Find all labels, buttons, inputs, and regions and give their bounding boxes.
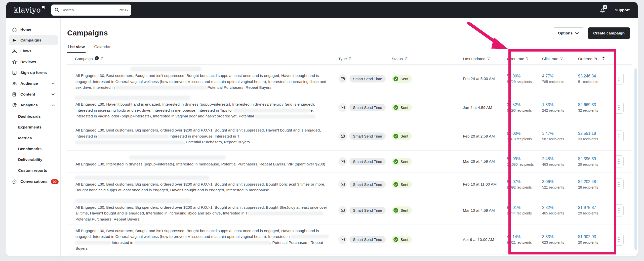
tab-calendar[interactable]: Calendar xyxy=(94,45,111,53)
row-checkbox[interactable] xyxy=(67,76,67,81)
open-rate-value[interactable]: 53.00% xyxy=(507,74,542,78)
sidebar-item-benchmarks[interactable]: Benchmarks xyxy=(15,143,58,154)
sort-icon[interactable] xyxy=(487,56,490,61)
row-actions-cell xyxy=(614,130,632,142)
sidebar-item-content[interactable]: Content xyxy=(9,89,58,99)
ordered-product-value[interactable]: $3,246.34 xyxy=(578,74,614,78)
row-menu-button[interactable] xyxy=(614,73,624,85)
sort-icon[interactable] xyxy=(101,56,103,61)
sort-icon[interactable] xyxy=(349,56,351,61)
campaign-name[interactable]: All Engaged L30, Best customers, Bought … xyxy=(75,65,338,93)
klaviyo-logo[interactable]: klaviyo xyxy=(14,6,45,14)
global-search[interactable]: ctrl+k xyxy=(51,5,131,16)
sort-asc-icon[interactable] xyxy=(602,56,605,61)
sidebar-item-analytics[interactable]: Analytics xyxy=(9,100,58,110)
column-header-open-rate[interactable]: Open rate xyxy=(507,56,542,61)
column-header-last-updated[interactable]: Last updated xyxy=(463,56,507,61)
ordered-product-recipients: 32 recipients xyxy=(578,108,614,112)
campaign-name[interactable]: All Engaged L30, Best customers, Big spe… xyxy=(75,125,338,148)
sidebar-item-audience[interactable]: Audience xyxy=(9,78,58,89)
row-checkbox-cell xyxy=(67,76,75,81)
campaign-name[interactable]: All Engaged L30, Interested in dryness (… xyxy=(75,153,338,170)
support-link[interactable]: Support xyxy=(615,8,630,12)
ordered-product-value[interactable]: $2,669.33 xyxy=(578,103,614,107)
ordered-product-value[interactable]: $1,902.93 xyxy=(578,235,614,239)
create-campaign-button[interactable]: Create campaign xyxy=(588,27,630,39)
campaign-name[interactable]: All Engaged L30, Best customers, Bought … xyxy=(75,225,338,254)
column-header-campaign[interactable]: Campaign xyxy=(75,56,338,61)
row-menu-button[interactable] xyxy=(614,234,624,246)
sort-icon[interactable] xyxy=(405,56,407,61)
row-checkbox[interactable] xyxy=(67,182,67,187)
status-badge: Sent xyxy=(392,158,412,165)
ordered-product-value[interactable]: $1,975.87 xyxy=(578,205,614,210)
scrollbar[interactable] xyxy=(634,68,637,250)
click-rate-value[interactable]: 3.47% xyxy=(542,131,578,136)
click-rate-value[interactable]: 3.33% xyxy=(542,235,578,239)
row-menu-button[interactable] xyxy=(614,178,624,190)
tab-list-view[interactable]: List view xyxy=(68,45,85,53)
options-button[interactable]: Options xyxy=(553,27,584,39)
row-checkbox[interactable] xyxy=(67,237,67,242)
metric-cell-ordered-product: $2,551.1833 recipients xyxy=(578,131,614,141)
click-rate-value[interactable]: 2.48% xyxy=(542,157,578,161)
info-icon[interactable] xyxy=(95,56,99,61)
campaign-name[interactable]: All Engaged L30, Best customers, Big spe… xyxy=(75,196,338,225)
row-menu-button[interactable] xyxy=(614,102,624,114)
sidebar-item-flows[interactable]: Flows xyxy=(9,46,58,56)
notifications-button[interactable]: 3 xyxy=(599,6,606,14)
open-rate-value[interactable]: 47.14% xyxy=(507,235,542,239)
sort-icon[interactable] xyxy=(560,56,563,61)
click-rate-value[interactable]: 3.06% xyxy=(542,180,578,184)
row-menu-button[interactable] xyxy=(614,204,624,216)
sidebar-item-metrics[interactable]: Metrics xyxy=(15,133,58,143)
click-rate-value[interactable]: 4.77% xyxy=(542,74,578,78)
ordered-product-value[interactable]: $2,202.48 xyxy=(578,180,614,184)
sidebar-item-custom-reports[interactable]: Custom reports xyxy=(15,165,58,176)
table-row: All Engaged L30, Haven't bought and is e… xyxy=(67,93,632,122)
row-checkbox[interactable] xyxy=(67,134,67,139)
sidebar-item-dashboards[interactable]: Dashboards xyxy=(15,111,58,122)
column-header-click-rate[interactable]: Click rate xyxy=(542,56,578,61)
click-rate-value[interactable]: 1.33% xyxy=(542,103,578,107)
open-rate-value[interactable]: 58.07% xyxy=(507,180,542,184)
column-header-status[interactable]: Status xyxy=(392,56,463,61)
row-checkbox[interactable] xyxy=(67,208,67,213)
metric-cell-click-rate: 2.82%465 recipients xyxy=(542,205,578,215)
search-input[interactable] xyxy=(61,8,117,12)
sidebar-item-home[interactable]: Home xyxy=(9,24,58,34)
sidebar-item-deliverability[interactable]: Deliverability xyxy=(15,154,58,165)
form-icon xyxy=(12,70,17,75)
status-badge: Sent xyxy=(392,75,412,83)
sort-icon[interactable] xyxy=(526,56,529,61)
sidebar-item-label: Content xyxy=(20,92,35,97)
column-header-ordered-pr[interactable]: Ordered Pr... xyxy=(578,56,614,61)
campaign-name[interactable]: All Engaged L30, Best customers, Big spe… xyxy=(75,173,338,196)
sidebar-item-experiments[interactable]: Experiments xyxy=(15,122,58,133)
click-rate-value[interactable]: 2.82% xyxy=(542,205,578,210)
sidebar-item-campaigns[interactable]: Campaigns xyxy=(9,35,58,45)
type-badge: Smart Send Time xyxy=(349,75,386,82)
ordered-product-recipients: 29 recipients xyxy=(578,211,614,215)
open-rate-value[interactable]: 54.09% xyxy=(507,157,542,161)
row-checkbox[interactable] xyxy=(67,105,67,110)
row-menu-button[interactable] xyxy=(614,155,624,167)
open-rate-value[interactable]: 34.52% xyxy=(507,103,542,107)
sidebar-item-reviews[interactable]: Reviews xyxy=(9,57,58,67)
row-menu-button[interactable] xyxy=(614,130,624,142)
klaviyo-flag-icon xyxy=(42,6,45,9)
open-rate-value[interactable]: 59.01% xyxy=(507,205,542,210)
sidebar-item-conversations[interactable]: Conversations99 xyxy=(9,177,58,187)
select-all-checkbox[interactable] xyxy=(67,56,67,61)
campaign-name[interactable]: All Engaged L30, Haven't bought and is e… xyxy=(75,93,338,122)
ordered-product-value[interactable]: $2,396.39 xyxy=(578,157,614,161)
type-badge: Smart Send Time xyxy=(349,158,386,165)
sidebar-item-signup-forms[interactable]: Sign-up forms xyxy=(9,68,58,78)
column-header-type[interactable]: Type xyxy=(338,56,392,61)
notification-count-badge: 3 xyxy=(603,5,607,9)
open-rate-value[interactable]: 55.00% xyxy=(507,131,542,136)
status-cell: Sent xyxy=(392,132,463,140)
ordered-product-value[interactable]: $2,551.18 xyxy=(578,131,614,136)
row-checkbox[interactable] xyxy=(67,159,67,164)
row-actions-cell xyxy=(614,234,632,246)
